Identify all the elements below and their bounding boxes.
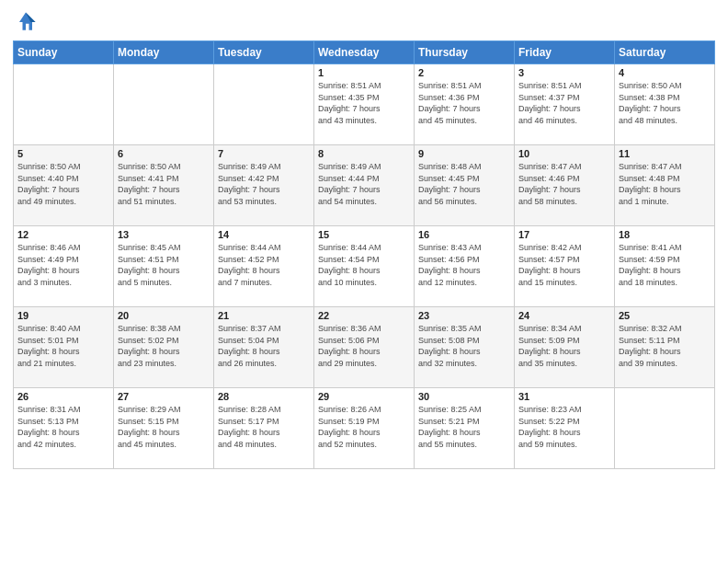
calendar-cell xyxy=(14,64,114,145)
calendar-cell: 2Sunrise: 8:51 AMSunset: 4:36 PMDaylight… xyxy=(415,64,515,145)
header xyxy=(13,9,715,35)
calendar-cell: 7Sunrise: 8:49 AMSunset: 4:42 PMDaylight… xyxy=(214,145,314,226)
day-number: 14 xyxy=(218,229,310,240)
day-info: Sunrise: 8:46 AMSunset: 4:49 PMDaylight:… xyxy=(17,242,109,288)
day-info: Sunrise: 8:47 AMSunset: 4:46 PMDaylight:… xyxy=(518,161,610,207)
day-number: 3 xyxy=(518,67,610,78)
day-number: 10 xyxy=(518,148,610,159)
day-number: 22 xyxy=(318,310,410,321)
weekday-header: Friday xyxy=(515,41,615,64)
calendar-cell: 29Sunrise: 8:26 AMSunset: 5:19 PMDayligh… xyxy=(314,388,415,469)
calendar-cell: 19Sunrise: 8:40 AMSunset: 5:01 PMDayligh… xyxy=(14,307,114,388)
day-number: 24 xyxy=(518,310,610,321)
weekday-header: Wednesday xyxy=(314,41,415,64)
day-info: Sunrise: 8:49 AMSunset: 4:44 PMDaylight:… xyxy=(318,161,410,207)
calendar-cell: 10Sunrise: 8:47 AMSunset: 4:46 PMDayligh… xyxy=(515,145,615,226)
calendar-cell: 24Sunrise: 8:34 AMSunset: 5:09 PMDayligh… xyxy=(515,307,615,388)
day-number: 6 xyxy=(118,148,210,159)
day-number: 13 xyxy=(118,229,210,240)
calendar-cell: 9Sunrise: 8:48 AMSunset: 4:45 PMDaylight… xyxy=(415,145,515,226)
day-number: 28 xyxy=(218,391,310,402)
day-number: 2 xyxy=(418,67,510,78)
calendar-cell: 14Sunrise: 8:44 AMSunset: 4:52 PMDayligh… xyxy=(214,226,314,307)
calendar-week-row: 19Sunrise: 8:40 AMSunset: 5:01 PMDayligh… xyxy=(14,307,715,388)
calendar-cell xyxy=(214,64,314,145)
day-info: Sunrise: 8:49 AMSunset: 4:42 PMDaylight:… xyxy=(218,161,310,207)
day-info: Sunrise: 8:31 AMSunset: 5:13 PMDaylight:… xyxy=(17,404,109,450)
day-info: Sunrise: 8:51 AMSunset: 4:36 PMDaylight:… xyxy=(418,80,510,126)
day-info: Sunrise: 8:50 AMSunset: 4:40 PMDaylight:… xyxy=(17,161,109,207)
calendar-week-row: 1Sunrise: 8:51 AMSunset: 4:35 PMDaylight… xyxy=(14,64,715,145)
day-info: Sunrise: 8:45 AMSunset: 4:51 PMDaylight:… xyxy=(118,242,210,288)
day-number: 12 xyxy=(17,229,109,240)
day-info: Sunrise: 8:23 AMSunset: 5:22 PMDaylight:… xyxy=(518,404,610,450)
day-number: 25 xyxy=(619,310,711,321)
weekday-header: Saturday xyxy=(615,41,715,64)
day-info: Sunrise: 8:32 AMSunset: 5:11 PMDaylight:… xyxy=(619,323,711,369)
weekday-header: Monday xyxy=(114,41,214,64)
calendar-header-row: SundayMondayTuesdayWednesdayThursdayFrid… xyxy=(14,41,715,64)
calendar-cell: 30Sunrise: 8:25 AMSunset: 5:21 PMDayligh… xyxy=(415,388,515,469)
day-number: 8 xyxy=(318,148,410,159)
calendar-week-row: 5Sunrise: 8:50 AMSunset: 4:40 PMDaylight… xyxy=(14,145,715,226)
calendar-cell: 21Sunrise: 8:37 AMSunset: 5:04 PMDayligh… xyxy=(214,307,314,388)
day-number: 21 xyxy=(218,310,310,321)
day-info: Sunrise: 8:44 AMSunset: 4:54 PMDaylight:… xyxy=(318,242,410,288)
calendar-cell: 31Sunrise: 8:23 AMSunset: 5:22 PMDayligh… xyxy=(515,388,615,469)
day-info: Sunrise: 8:41 AMSunset: 4:59 PMDaylight:… xyxy=(619,242,711,288)
calendar-cell: 20Sunrise: 8:38 AMSunset: 5:02 PMDayligh… xyxy=(114,307,214,388)
calendar-cell: 22Sunrise: 8:36 AMSunset: 5:06 PMDayligh… xyxy=(314,307,415,388)
calendar-cell xyxy=(114,64,214,145)
day-info: Sunrise: 8:36 AMSunset: 5:06 PMDaylight:… xyxy=(318,323,410,369)
logo-icon xyxy=(13,9,39,35)
calendar-cell: 4Sunrise: 8:50 AMSunset: 4:38 PMDaylight… xyxy=(615,64,715,145)
day-info: Sunrise: 8:35 AMSunset: 5:08 PMDaylight:… xyxy=(418,323,510,369)
day-number: 15 xyxy=(318,229,410,240)
day-number: 17 xyxy=(518,229,610,240)
day-info: Sunrise: 8:34 AMSunset: 5:09 PMDaylight:… xyxy=(518,323,610,369)
calendar-cell: 18Sunrise: 8:41 AMSunset: 4:59 PMDayligh… xyxy=(615,226,715,307)
calendar-cell: 13Sunrise: 8:45 AMSunset: 4:51 PMDayligh… xyxy=(114,226,214,307)
day-info: Sunrise: 8:48 AMSunset: 4:45 PMDaylight:… xyxy=(418,161,510,207)
day-number: 7 xyxy=(218,148,310,159)
day-info: Sunrise: 8:51 AMSunset: 4:35 PMDaylight:… xyxy=(318,80,410,126)
day-number: 30 xyxy=(418,391,510,402)
day-info: Sunrise: 8:26 AMSunset: 5:19 PMDaylight:… xyxy=(318,404,410,450)
day-number: 27 xyxy=(118,391,210,402)
day-info: Sunrise: 8:25 AMSunset: 5:21 PMDaylight:… xyxy=(418,404,510,450)
calendar-cell: 27Sunrise: 8:29 AMSunset: 5:15 PMDayligh… xyxy=(114,388,214,469)
day-number: 9 xyxy=(418,148,510,159)
day-info: Sunrise: 8:40 AMSunset: 5:01 PMDaylight:… xyxy=(17,323,109,369)
weekday-header: Thursday xyxy=(415,41,515,64)
calendar-cell: 6Sunrise: 8:50 AMSunset: 4:41 PMDaylight… xyxy=(114,145,214,226)
day-number: 11 xyxy=(619,148,711,159)
day-number: 20 xyxy=(118,310,210,321)
calendar-cell: 5Sunrise: 8:50 AMSunset: 4:40 PMDaylight… xyxy=(14,145,114,226)
day-info: Sunrise: 8:29 AMSunset: 5:15 PMDaylight:… xyxy=(118,404,210,450)
calendar-cell: 26Sunrise: 8:31 AMSunset: 5:13 PMDayligh… xyxy=(14,388,114,469)
logo xyxy=(13,9,40,35)
calendar-cell: 17Sunrise: 8:42 AMSunset: 4:57 PMDayligh… xyxy=(515,226,615,307)
calendar-cell: 15Sunrise: 8:44 AMSunset: 4:54 PMDayligh… xyxy=(314,226,415,307)
calendar-cell: 16Sunrise: 8:43 AMSunset: 4:56 PMDayligh… xyxy=(415,226,515,307)
calendar-cell: 11Sunrise: 8:47 AMSunset: 4:48 PMDayligh… xyxy=(615,145,715,226)
calendar-cell: 28Sunrise: 8:28 AMSunset: 5:17 PMDayligh… xyxy=(214,388,314,469)
day-info: Sunrise: 8:37 AMSunset: 5:04 PMDaylight:… xyxy=(218,323,310,369)
calendar-cell: 25Sunrise: 8:32 AMSunset: 5:11 PMDayligh… xyxy=(615,307,715,388)
day-info: Sunrise: 8:50 AMSunset: 4:38 PMDaylight:… xyxy=(619,80,711,126)
day-info: Sunrise: 8:42 AMSunset: 4:57 PMDaylight:… xyxy=(518,242,610,288)
day-info: Sunrise: 8:38 AMSunset: 5:02 PMDaylight:… xyxy=(118,323,210,369)
calendar-week-row: 12Sunrise: 8:46 AMSunset: 4:49 PMDayligh… xyxy=(14,226,715,307)
day-number: 29 xyxy=(318,391,410,402)
calendar: SundayMondayTuesdayWednesdayThursdayFrid… xyxy=(13,40,715,469)
day-number: 1 xyxy=(318,67,410,78)
calendar-cell: 23Sunrise: 8:35 AMSunset: 5:08 PMDayligh… xyxy=(415,307,515,388)
day-info: Sunrise: 8:44 AMSunset: 4:52 PMDaylight:… xyxy=(218,242,310,288)
day-number: 26 xyxy=(17,391,109,402)
day-number: 4 xyxy=(619,67,711,78)
calendar-cell: 12Sunrise: 8:46 AMSunset: 4:49 PMDayligh… xyxy=(14,226,114,307)
weekday-header: Tuesday xyxy=(214,41,314,64)
day-number: 31 xyxy=(518,391,610,402)
calendar-cell: 8Sunrise: 8:49 AMSunset: 4:44 PMDaylight… xyxy=(314,145,415,226)
calendar-cell: 3Sunrise: 8:51 AMSunset: 4:37 PMDaylight… xyxy=(515,64,615,145)
